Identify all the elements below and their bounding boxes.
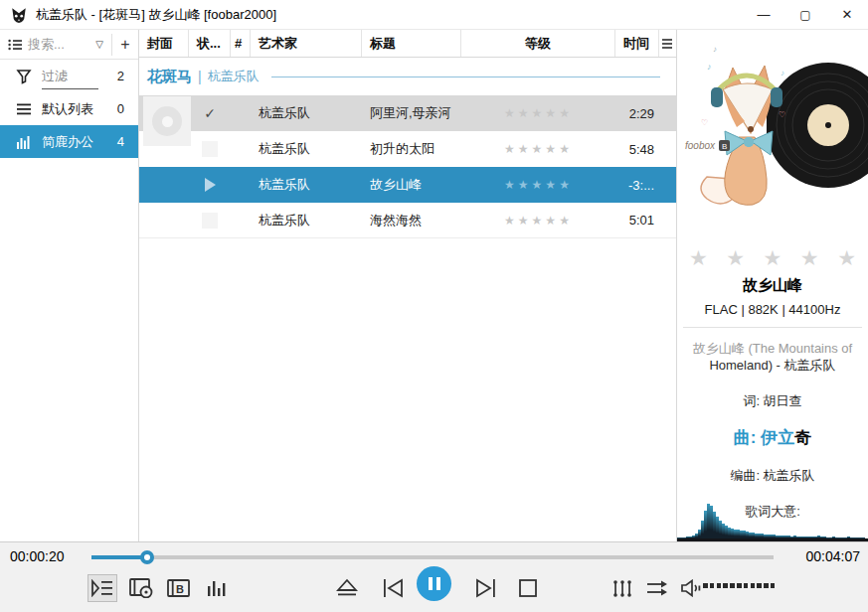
- sidebar-item-label: 简鹿办公: [42, 133, 117, 151]
- app-logo-fox-icon: [10, 6, 28, 24]
- rating-stars[interactable]: ★★★★★: [504, 142, 573, 156]
- track-row-2[interactable]: 杭盖乐队 初升的太阳 ★★★★★ 5:48: [139, 131, 676, 167]
- elapsed-time: 00:00:20: [10, 548, 65, 564]
- playlist-layout-button[interactable]: [87, 574, 117, 602]
- svg-text:B: B: [176, 583, 184, 595]
- played-check-icon: ✓: [204, 105, 216, 121]
- eject-button[interactable]: [332, 574, 362, 602]
- rating-stars[interactable]: ★★★★★: [504, 214, 573, 228]
- column-header-cover[interactable]: 封面: [139, 30, 189, 57]
- status-box: [202, 141, 218, 157]
- transport-bar: 00:00:20 00:04:07 B: [0, 541, 868, 612]
- minimize-button[interactable]: —: [743, 0, 784, 29]
- group-artist-name: 杭盖乐队: [208, 68, 260, 85]
- search-dropdown-icon[interactable]: ▽: [95, 39, 103, 50]
- biography-panel-button[interactable]: B: [164, 574, 194, 602]
- sidebar-item-jianlu-selected[interactable]: 简鹿办公 4: [0, 125, 138, 158]
- sidebar-item-default-playlist[interactable]: 默认列表 0: [0, 92, 138, 125]
- column-menu-icon[interactable]: [659, 30, 676, 57]
- now-playing-rating[interactable]: ★★★★★: [677, 240, 868, 270]
- column-header-rating[interactable]: 等级: [461, 30, 615, 57]
- pause-button[interactable]: [417, 566, 451, 601]
- track-time-remaining: -3:...: [615, 167, 659, 203]
- track-title: 故乡山峰: [362, 167, 461, 203]
- next-button[interactable]: [471, 574, 501, 602]
- svg-text:♡: ♡: [701, 118, 708, 127]
- column-header-status[interactable]: 状...: [189, 30, 231, 57]
- cd-disc-icon: [152, 106, 182, 136]
- track-title: 初升的太阳: [362, 131, 461, 167]
- now-playing-panel: ♪ ♪ ♡ ♡ ♪ foobox B ★★★★★ 故乡山峰 FLAC | 882…: [677, 30, 868, 541]
- album-group-header[interactable]: 花斑马 | 杭盖乐队: [139, 58, 676, 95]
- track-row-3-now-playing[interactable]: 杭盖乐队 故乡山峰 ★★★★★ -3:...: [139, 167, 676, 203]
- seek-handle[interactable]: [140, 550, 154, 564]
- playlist-column-headers: 封面 状... # 艺术家 标题 等级 时间: [139, 30, 676, 58]
- filter-input-underline: [42, 88, 98, 89]
- rating-stars[interactable]: ★★★★★: [504, 106, 573, 120]
- track-title: 阿里河,母亲河: [362, 95, 461, 131]
- previous-button[interactable]: [378, 574, 408, 602]
- svg-text:♡: ♡: [779, 110, 785, 119]
- search-input[interactable]: 搜索...: [28, 36, 95, 54]
- playlist-view: 封面 状... # 艺术家 标题 等级 时间 花斑马 | 杭盖乐队 ✓ 杭盖乐队…: [139, 30, 677, 541]
- composer-highlighted: 曲: 伊立: [734, 428, 794, 447]
- now-playing-title: 故乡山峰: [677, 276, 868, 295]
- sidebar: 搜索... ▽ + 过滤 2 默认列表 0: [0, 30, 139, 541]
- album-artwork[interactable]: ♪ ♪ ♡ ♡ ♪ foobox B: [677, 30, 868, 240]
- status-box: [202, 213, 218, 229]
- track-row-4[interactable]: 杭盖乐队 海然海然 ★★★★★ 5:01: [139, 203, 676, 238]
- visualizer-button[interactable]: [202, 574, 232, 602]
- column-header-artist[interactable]: 艺术家: [251, 30, 362, 57]
- column-header-time[interactable]: 时间: [615, 30, 659, 57]
- add-playlist-button[interactable]: +: [112, 36, 138, 54]
- lyricist-line: 词: 胡日查: [677, 392, 868, 409]
- arranger-line: 编曲: 杭盖乐队: [677, 467, 868, 484]
- track-duration: 5:48: [615, 131, 659, 167]
- svg-text:♪: ♪: [713, 45, 717, 54]
- seek-bar[interactable]: [91, 555, 774, 559]
- funnel-icon: [16, 69, 32, 84]
- group-album-name: 花斑马: [147, 68, 192, 86]
- stream-format-info: FLAC | 882K | 44100Hz: [677, 302, 868, 317]
- svg-text:B: B: [722, 142, 727, 151]
- divider: [683, 327, 862, 328]
- album-art-layout-button[interactable]: [126, 574, 156, 602]
- album-cover-placeholder[interactable]: [143, 96, 191, 146]
- track-duration: 5:01: [615, 203, 659, 237]
- track-artist: 杭盖乐队: [251, 167, 362, 203]
- svg-text:♪: ♪: [781, 69, 784, 77]
- bar-chart-icon: [16, 134, 32, 150]
- track-title: 海然海然: [362, 203, 461, 237]
- lyric-line-title-en-2: Homeland) - 杭盖乐队: [677, 357, 868, 374]
- track-row-1[interactable]: ✓ 杭盖乐队 阿里河,母亲河 ★★★★★ 2:29: [139, 95, 676, 131]
- titlebar: 杭盖乐队 - [花斑马] 故乡山峰 [foobar2000] — ▢ ✕: [0, 0, 868, 30]
- item-count: 2: [117, 69, 124, 83]
- item-count: 0: [117, 101, 124, 116]
- track-artist: 杭盖乐队: [251, 95, 362, 131]
- column-header-number[interactable]: #: [231, 30, 251, 57]
- now-playing-icon: [205, 178, 216, 192]
- seek-progress: [91, 555, 147, 559]
- playback-order-button[interactable]: [608, 574, 637, 602]
- track-artist: 杭盖乐队: [251, 131, 362, 167]
- track-duration: 2:29: [615, 95, 659, 131]
- stop-button[interactable]: [513, 574, 543, 602]
- maximize-button[interactable]: ▢: [784, 0, 826, 29]
- spectrum-visualizer: [677, 504, 868, 541]
- close-button[interactable]: ✕: [826, 0, 868, 29]
- group-separator: |: [198, 69, 202, 84]
- foobox-brand: foobox B: [685, 140, 730, 151]
- sidebar-item-filter[interactable]: 过滤 2: [0, 60, 138, 92]
- sidebar-item-label: 过滤: [42, 68, 117, 85]
- group-rule-line: [271, 76, 660, 77]
- search-bar[interactable]: 搜索... ▽ +: [0, 30, 138, 60]
- volume-icon[interactable]: [676, 574, 706, 602]
- column-header-title[interactable]: 标题: [362, 30, 461, 57]
- total-time: 00:04:07: [806, 548, 861, 564]
- composer-line: 曲: 伊立奇: [677, 429, 868, 446]
- window-title: 杭盖乐队 - [花斑马] 故乡山峰 [foobar2000]: [36, 6, 743, 24]
- rating-stars[interactable]: ★★★★★: [504, 178, 573, 192]
- svg-text:♪: ♪: [707, 62, 712, 72]
- volume-slider[interactable]: [703, 583, 775, 588]
- shuffle-button[interactable]: [643, 574, 673, 602]
